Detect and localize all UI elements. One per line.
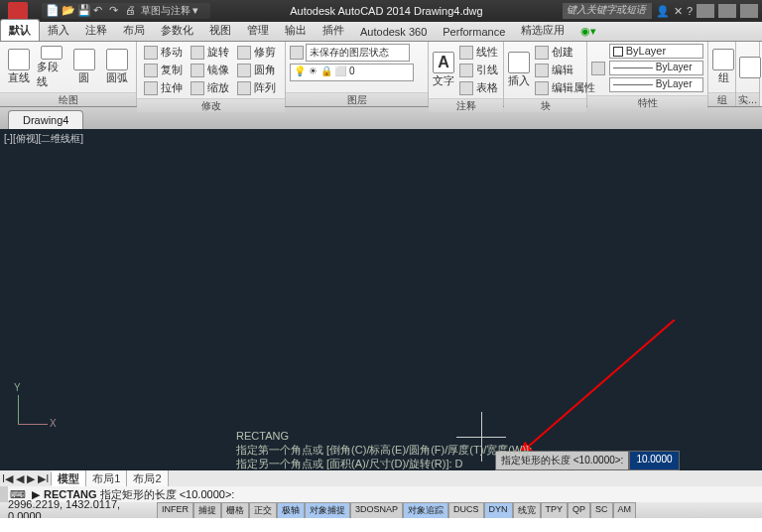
arc-button[interactable]: 圆弧 [101, 46, 132, 89]
ribbon-tabs: 默认 插入 注释 布局 参数化 视图 管理 输出 插件 Autodesk 360… [0, 22, 762, 42]
tab-default[interactable]: 默认 [0, 19, 40, 41]
history-line: RECTANG [236, 429, 532, 443]
layer-props-icon[interactable] [290, 46, 304, 60]
circle-button[interactable]: 圆 [69, 46, 100, 89]
group-button[interactable]: 组 [712, 46, 734, 89]
minimize-button[interactable] [697, 4, 714, 18]
toggle-ortho[interactable]: 正交 [249, 502, 277, 519]
panel-title[interactable]: 组 [708, 92, 735, 106]
redo-icon[interactable]: ↷ [109, 4, 123, 18]
toggle-osnap[interactable]: 对象捕捉 [305, 502, 350, 519]
linear-dim-button[interactable]: 线性 [456, 44, 501, 61]
tab-layout[interactable]: 布局 [115, 20, 153, 41]
tab-parametric[interactable]: 参数化 [153, 20, 201, 41]
help-icon[interactable]: ? [687, 5, 693, 17]
layout1-tab[interactable]: 布局1 [86, 470, 127, 487]
viewport-label[interactable]: [-][俯视][二维线框] [4, 132, 83, 146]
trim-button[interactable]: 修剪 [234, 44, 279, 61]
tab-nav-buttons[interactable]: I◀ ◀ ▶ ▶I [0, 472, 52, 485]
undo-icon[interactable]: ↶ [93, 4, 107, 18]
toggle-tpy[interactable]: TPY [541, 502, 569, 519]
leader-icon [459, 64, 473, 77]
maximize-button[interactable] [718, 4, 736, 18]
layer-combo[interactable]: 💡 ☀ 🔒 ⬜ 0 [290, 64, 414, 81]
toggle-dyn[interactable]: DYN [484, 502, 513, 519]
tab-annotate[interactable]: 注释 [77, 20, 115, 41]
toggle-otrack[interactable]: 对象追踪 [403, 502, 448, 519]
leader-button[interactable]: 引线 [456, 62, 501, 78]
layout2-tab[interactable]: 布局2 [127, 470, 168, 487]
toggle-qp[interactable]: QP [568, 502, 590, 519]
tab-a360[interactable]: Autodesk 360 [352, 23, 435, 41]
toggle-snap[interactable]: 捕捉 [193, 502, 221, 519]
help-search-input[interactable]: 键入关键字或短语 [563, 3, 652, 19]
tab-performance[interactable]: Performance [435, 23, 513, 41]
array-icon [237, 81, 251, 95]
toggle-infer[interactable]: INFER [157, 502, 193, 519]
open-icon[interactable]: 📂 [62, 4, 75, 18]
panel-title[interactable]: 图层 [286, 92, 428, 106]
tab-output[interactable]: 输出 [277, 20, 315, 41]
drawing-area[interactable]: [-][俯视][二维线框] 指定矩形的长度 <10.0000>: 10.0000… [0, 129, 762, 486]
toggle-am[interactable]: AM [613, 502, 637, 519]
stretch-button[interactable]: 拉伸 [141, 79, 186, 96]
move-icon [144, 46, 158, 60]
table-button[interactable]: 表格 [456, 79, 501, 96]
workspace-label[interactable]: 草图与注释 [141, 4, 190, 18]
insert-button[interactable]: 插入 [508, 49, 530, 92]
match-props-icon[interactable] [591, 62, 605, 75]
copy-button[interactable]: 复制 [141, 62, 186, 78]
save-icon[interactable]: 💾 [77, 4, 91, 18]
line-button[interactable]: 直线 [4, 46, 35, 89]
command-history: RECTANG 指定第一个角点或 [倒角(C)/标高(E)/圆角(F)/厚度(T… [236, 429, 532, 470]
close-button[interactable] [740, 4, 758, 18]
toggle-sc[interactable]: SC [590, 502, 613, 519]
move-button[interactable]: 移动 [141, 44, 186, 61]
toggle-grid[interactable]: 栅格 [221, 502, 249, 519]
tab-extra-icon[interactable]: ◉▾ [572, 22, 604, 41]
text-button[interactable]: A文字 [433, 49, 454, 92]
print-icon[interactable]: 🖨 [125, 4, 139, 18]
drawing-tab[interactable]: Drawing4 [8, 110, 83, 129]
new-icon[interactable]: 📄 [46, 4, 60, 18]
panel-title[interactable]: 注释 [429, 98, 503, 112]
tab-insert[interactable]: 插入 [40, 20, 77, 41]
panel-title[interactable]: 绘图 [0, 92, 136, 106]
exchange-icon[interactable]: ✕ [674, 5, 683, 18]
model-space-tabs: I◀ ◀ ▶ ▶I 模型 布局1 布局2 [0, 470, 762, 486]
polyline-button[interactable]: 多段线 [37, 46, 67, 89]
lineweight-combo[interactable]: ———— ByLayer [609, 61, 703, 75]
array-button[interactable]: 阵列 [234, 79, 279, 96]
tab-plugins[interactable]: 插件 [315, 20, 352, 41]
fillet-icon [237, 64, 251, 77]
panel-title[interactable]: 实… [736, 92, 759, 106]
dropdown-icon[interactable]: ▾ [192, 4, 206, 18]
panel-title[interactable]: 特性 [587, 95, 707, 109]
tab-featured[interactable]: 精选应用 [513, 20, 572, 41]
toggle-3dosnap[interactable]: 3DOSNAP [350, 502, 403, 519]
toggle-ducs[interactable]: DUCS [448, 502, 484, 519]
util-button[interactable] [740, 46, 760, 89]
edit-icon [535, 64, 549, 77]
util-icon [739, 57, 761, 78]
dynamic-input-field[interactable]: 10.0000 [629, 451, 679, 470]
panel-title[interactable]: 块 [504, 98, 586, 112]
toggle-lwt[interactable]: 线宽 [513, 502, 541, 519]
app-menu-button[interactable] [8, 2, 28, 20]
copy-icon [144, 64, 158, 77]
layer-state-combo[interactable]: 未保存的图层状态 [306, 44, 410, 62]
toggle-polar[interactable]: 极轴 [277, 502, 305, 519]
title-bar: 📄 📂 💾 ↶ ↷ 🖨 草图与注释 ▾ Autodesk AutoCAD 201… [0, 0, 762, 22]
panel-title[interactable]: 修改 [137, 98, 285, 112]
linetype-combo[interactable]: ———— ByLayer [609, 77, 703, 92]
fillet-button[interactable]: 圆角 [234, 62, 279, 78]
color-combo[interactable]: ByLayer [609, 44, 703, 59]
signin-icon[interactable]: 👤 [656, 5, 670, 18]
drawing-tab-bar: Drawing4 [0, 107, 762, 129]
scale-button[interactable]: 缩放 [188, 79, 232, 96]
mirror-button[interactable]: 镜像 [188, 62, 232, 78]
rotate-button[interactable]: 旋转 [188, 44, 232, 61]
model-tab[interactable]: 模型 [52, 470, 86, 487]
tab-manage[interactable]: 管理 [239, 20, 277, 41]
tab-view[interactable]: 视图 [201, 20, 239, 41]
